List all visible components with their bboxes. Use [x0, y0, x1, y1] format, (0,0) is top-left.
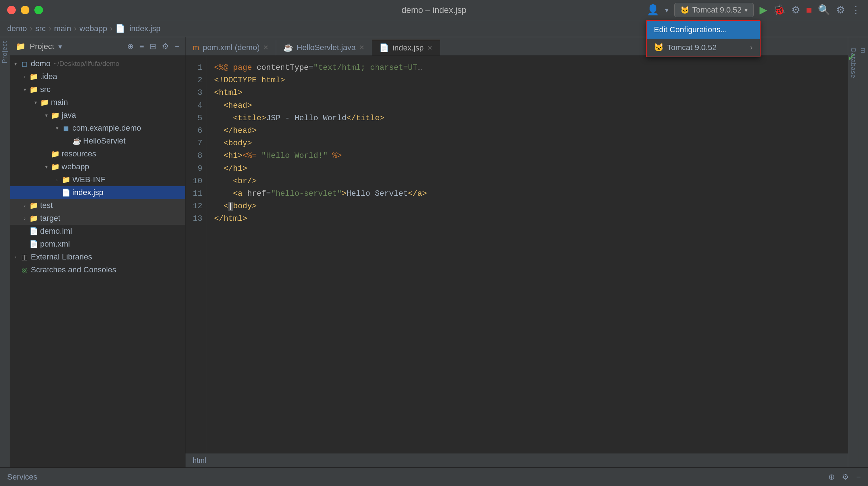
- tab-close-helloservlet[interactable]: ✕: [359, 44, 365, 52]
- breadcrumb-file[interactable]: index.jsp: [129, 24, 160, 33]
- minimize-button[interactable]: [21, 6, 29, 14]
- tree-item-webinf[interactable]: › 📁 WEB-INF: [10, 173, 185, 186]
- tree-arrow-test: ›: [21, 203, 29, 208]
- tree-label-test: test: [40, 201, 53, 210]
- editor-content: 1 2 3 4 5 6 7 8 9 10 11 12 13 <%@ page c…: [185, 56, 848, 453]
- maximize-button[interactable]: [34, 6, 43, 14]
- tree-item-resources[interactable]: 📁 resources: [10, 147, 185, 160]
- project-tree: ▾ ◻ demo ~/Desktop/lifufa/demo › 📁 .idea…: [10, 56, 185, 467]
- tree-item-idea[interactable]: › 📁 .idea: [10, 70, 185, 83]
- project-panel-title: Project: [30, 42, 54, 51]
- tree-item-pomxml[interactable]: 📄 pom.xml: [10, 238, 185, 251]
- run-button[interactable]: ▶: [760, 4, 767, 16]
- tree-item-indexjsp[interactable]: 📄 index.jsp: [10, 186, 185, 199]
- tree-item-main[interactable]: ▾ 📁 main: [10, 96, 185, 109]
- project-dropdown-icon[interactable]: ▾: [58, 42, 62, 51]
- tree-item-webapp[interactable]: ▾ 📁 webapp: [10, 160, 185, 173]
- tree-item-test[interactable]: › 📁 test: [10, 199, 185, 212]
- chevron-down-icon[interactable]: ▾: [665, 6, 669, 14]
- tree-item-helloservlet[interactable]: ☕ HelloServlet: [10, 135, 185, 147]
- tree-item-demo[interactable]: ▾ ◻ demo ~/Desktop/lifufa/demo: [10, 57, 185, 70]
- tree-item-demoiml[interactable]: 📄 demo.iml: [10, 225, 185, 238]
- tab-icon-helloservlet: ☕: [283, 43, 293, 52]
- breadcrumb-demo[interactable]: demo: [7, 24, 27, 33]
- tab-close-pomxml[interactable]: ✕: [263, 44, 269, 52]
- chevron-right-icon: ›: [750, 43, 753, 52]
- code-editor[interactable]: <%@ page contentType="text/html; charset…: [207, 56, 848, 453]
- locate-icon[interactable]: ⊕: [127, 42, 134, 51]
- settings-button[interactable]: ⚙: [836, 4, 845, 16]
- git-icon[interactable]: 👤: [647, 4, 659, 16]
- java-icon-helloservlet: ☕: [72, 137, 82, 145]
- line-num-4: 4: [191, 99, 202, 112]
- bottom-settings-icon[interactable]: ⚙: [842, 472, 849, 482]
- tree-item-java[interactable]: ▾ 📁 java: [10, 109, 185, 122]
- gear-icon[interactable]: ⚙: [162, 42, 169, 51]
- tree-arrow-webinf: ›: [53, 177, 61, 183]
- tree-label-java: java: [62, 111, 76, 120]
- xml-icon-pom: 📄: [29, 240, 39, 248]
- breadcrumb-src[interactable]: src: [35, 24, 45, 33]
- iml-icon: 📄: [29, 227, 39, 235]
- code-line-1: <%@ page contentType="text/html; charset…: [214, 62, 841, 74]
- tree-item-scratches[interactable]: ◎ Scratches and Consoles: [10, 263, 185, 276]
- main-layout: Project 📁 Project ▾ ⊕ ≡ ⊟ ⚙ − ▾ ◻ demo ~…: [0, 37, 868, 467]
- tree-label-webapp: webapp: [62, 162, 89, 171]
- breadcrumb-file-icon: 📄: [115, 24, 125, 33]
- stop-button[interactable]: ■: [806, 4, 812, 16]
- tree-label-package: com.example.demo: [72, 123, 141, 133]
- tree-item-extlibs[interactable]: › ◫ External Libraries: [10, 251, 185, 263]
- folder-icon-src: 📁: [29, 85, 39, 94]
- code-line-2: <!DOCTYPE html>: [214, 74, 841, 87]
- menu-button[interactable]: ⋮: [851, 4, 861, 16]
- folder-icon-java: 📁: [50, 111, 60, 120]
- code-line-6: </head>: [214, 125, 841, 137]
- bottom-bar-right: ⊕ ⚙ −: [828, 472, 861, 482]
- folder-icon-test: 📁: [29, 201, 39, 210]
- dropdown-item-edit[interactable]: Edit Configurations...: [647, 21, 760, 39]
- search-button[interactable]: 🔍: [818, 4, 830, 16]
- tree-label-webinf: WEB-INF: [72, 175, 106, 184]
- tree-label-extlibs: External Libraries: [31, 252, 92, 262]
- collapse-all-icon[interactable]: ⊟: [150, 42, 156, 51]
- profile-button[interactable]: ⚙: [791, 4, 800, 16]
- bottom-bar: Services ⊕ ⚙ −: [0, 467, 868, 486]
- tab-helloservlet[interactable]: ☕ HelloServlet.java ✕: [276, 40, 372, 55]
- debug-button[interactable]: 🐞: [773, 4, 786, 16]
- tree-label-resources: resources: [62, 149, 96, 159]
- breadcrumb-main[interactable]: main: [54, 24, 71, 33]
- scroll-from-source-icon[interactable]: ≡: [139, 42, 144, 51]
- run-config-button[interactable]: 🐱 Tomcat 9.0.52 ▾: [674, 3, 754, 17]
- tree-label-helloservlet: HelloServlet: [83, 136, 126, 146]
- bottom-minimize-icon[interactable]: −: [856, 472, 861, 482]
- tree-item-target[interactable]: › 📁 target: [10, 212, 185, 225]
- tree-arrow-extlibs: ›: [11, 254, 19, 260]
- tree-label-target: target: [40, 214, 60, 223]
- folder-icon-idea: 📁: [29, 72, 39, 81]
- breadcrumb-webapp[interactable]: webapp: [79, 24, 107, 33]
- tab-indexjsp[interactable]: 📄 index.jsp ✕: [372, 40, 440, 55]
- project-folder-icon: 📁: [16, 42, 25, 51]
- code-line-7: <body>: [214, 137, 841, 150]
- tomcat-icon: 🐱: [680, 6, 689, 14]
- folder-icon-webinf: 📁: [61, 175, 71, 184]
- tree-item-package[interactable]: ▾ ◼ com.example.demo: [10, 122, 185, 135]
- close-button[interactable]: [7, 6, 16, 14]
- toolbar-right: 👤 ▾ 🐱 Tomcat 9.0.52 ▾ ▶ 🐞 ⚙ ■ 🔍 ⚙ ⋮: [647, 3, 861, 17]
- project-tab-label[interactable]: Project: [1, 41, 9, 63]
- project-panel-header: 📁 Project ▾ ⊕ ≡ ⊟ ⚙ −: [10, 37, 185, 56]
- tab-label-indexjsp: index.jsp: [392, 43, 424, 53]
- minimize-panel-icon[interactable]: −: [175, 42, 179, 51]
- code-line-9: </h1>: [214, 162, 841, 175]
- tab-pomxml[interactable]: m pom.xml (demo) ✕: [185, 40, 276, 55]
- bottom-locate-icon[interactable]: ⊕: [828, 472, 835, 482]
- dropdown-item-tomcat[interactable]: 🐱 Tomcat 9.0.52 ›: [647, 39, 760, 57]
- line-num-6: 6: [191, 125, 202, 137]
- line-num-10: 10: [191, 175, 202, 188]
- maven-tab-label[interactable]: m: [859, 48, 867, 54]
- code-line-3: <html>: [214, 87, 841, 99]
- tree-label-demo: demo: [31, 59, 50, 68]
- services-label[interactable]: Services: [7, 472, 37, 482]
- tab-close-indexjsp[interactable]: ✕: [427, 44, 433, 52]
- tree-item-src[interactable]: ▾ 📁 src: [10, 83, 185, 96]
